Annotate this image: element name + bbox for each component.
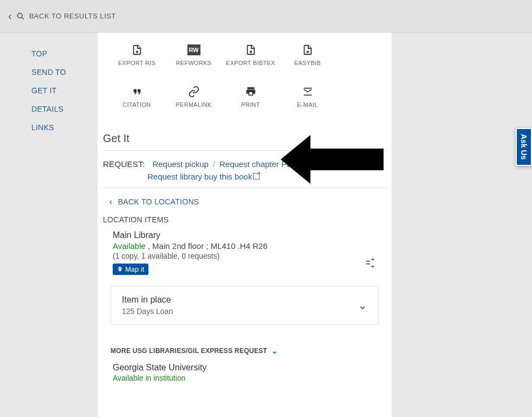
other-location[interactable]: Georgia State University Available in in…	[103, 363, 386, 382]
availability-line: Available , Main 2nd floor ; ML410 .H4 R…	[113, 241, 386, 252]
mail-icon	[301, 85, 314, 98]
sidebar-item-getit[interactable]: GET IT	[31, 81, 98, 100]
action-label: PERMALINK	[176, 101, 211, 108]
email-button[interactable]: E-MAIL	[279, 85, 336, 108]
citation-button[interactable]: CITATION	[108, 85, 165, 108]
location-items-label: LOCATION ITEMS	[103, 215, 386, 230]
request-pickup-link[interactable]: Request pickup	[152, 159, 208, 169]
sidebar-item-top[interactable]: TOP	[31, 44, 98, 63]
top-bar: ‹ BACK TO RESULTS LIST	[0, 0, 532, 33]
action-label: EASYBIB	[294, 60, 321, 66]
sidebar-item-sendto[interactable]: SEND TO	[31, 63, 98, 81]
main-container: TOP SEND TO GET IT DETAILS LINKS EXPORT …	[0, 33, 532, 417]
map-it-button[interactable]: Map it	[113, 264, 148, 275]
refworks-button[interactable]: RW REFWORKS	[165, 43, 222, 66]
chevron-down-icon: ⌄	[358, 299, 367, 312]
sidebar: TOP SEND TO GET IT DETAILS LINKS	[0, 33, 98, 417]
item-loan: 125 Days Loan	[122, 307, 173, 316]
action-row-2: CITATION PERMALINK PRINT E-MAIL	[98, 74, 392, 116]
easybib-button[interactable]: EASYBIB	[279, 43, 336, 66]
separator: /	[213, 159, 215, 169]
main-content: EXPORT RIS RW REFWORKS EXPORT BIBTEX EAS…	[98, 33, 392, 417]
export-bibtex-button[interactable]: EXPORT BIBTEX	[222, 43, 279, 66]
chevron-down-icon: ⌄	[271, 347, 278, 355]
more-libraries-toggle[interactable]: MORE USG LIBRARIES/GIL EXPRESS REQUEST ⌄	[103, 325, 386, 363]
separator: /	[302, 159, 304, 169]
location-name: Main Library	[113, 230, 386, 241]
permalink-button[interactable]: PERMALINK	[165, 85, 222, 108]
sidebar-item-links[interactable]: LINKS	[31, 118, 98, 137]
file-icon	[244, 43, 257, 56]
link-icon	[187, 85, 200, 98]
action-label: PRINT	[241, 101, 260, 108]
chevron-left-icon: ‹	[109, 197, 113, 207]
rw-icon: RW	[187, 43, 200, 56]
request-second-line: Request library buy this book	[103, 172, 386, 188]
export-ris-button[interactable]: EXPORT RIS	[108, 43, 165, 66]
quote-icon	[131, 85, 144, 98]
buy-book-text: Request library buy this book	[147, 172, 252, 181]
file-icon	[131, 43, 144, 56]
svg-rect-2	[136, 51, 138, 53]
ask-us-tab[interactable]: Ask Us	[516, 128, 532, 166]
back-chevron-icon[interactable]: ‹	[8, 10, 12, 22]
action-row-1: EXPORT RIS RW REFWORKS EXPORT BIBTEX EAS…	[98, 33, 392, 74]
other-location-name: Georgia State University	[113, 363, 386, 374]
request-line: REQUEST: Request pickup / Request chapte…	[103, 159, 386, 172]
svg-rect-3	[250, 51, 252, 53]
back-locations-text: BACK TO LOCATIONS	[118, 197, 199, 206]
request-buy-book-link[interactable]: Request library buy this book	[147, 172, 259, 181]
action-label: REFWORKS	[176, 60, 212, 66]
svg-point-0	[17, 13, 22, 18]
request-label: REQUEST:	[103, 159, 145, 169]
action-label: CITATION	[122, 101, 151, 108]
request-chapter-pdf-link[interactable]: Request chapter PDF	[219, 159, 297, 169]
available-status: Available	[113, 241, 146, 251]
search-icon	[16, 12, 25, 21]
external-link-icon	[253, 173, 259, 179]
file-icon	[301, 43, 314, 56]
copy-info: (1 copy, 1 available, 0 requests)	[113, 252, 386, 264]
sort-icon[interactable]	[365, 258, 375, 271]
location-block: Main Library Available , Main 2nd floor …	[103, 230, 386, 275]
get-it-section: Get It REQUEST: Request pickup / Request…	[98, 116, 392, 382]
item-status: Item in place	[122, 295, 173, 305]
map-it-label: Map it	[125, 265, 144, 273]
other-location-availability: Available in institution	[113, 374, 386, 382]
action-label: EXPORT BIBTEX	[226, 60, 275, 66]
sidebar-item-details[interactable]: DETAILS	[31, 100, 98, 118]
action-label: E-MAIL	[297, 101, 317, 108]
back-to-results-link[interactable]: BACK TO RESULTS LIST	[29, 12, 116, 20]
print-icon	[244, 85, 257, 98]
print-button[interactable]: PRINT	[222, 85, 279, 108]
item-card[interactable]: Item in place 125 Days Loan ⌄	[111, 286, 379, 325]
svg-line-1	[22, 17, 23, 19]
svg-rect-4	[307, 51, 309, 53]
location-detail: , Main 2nd floor ; ML410 .H4 R26	[146, 241, 268, 251]
back-to-locations-link[interactable]: ‹ BACK TO LOCATIONS	[103, 188, 386, 215]
section-title: Get It	[103, 116, 386, 151]
more-label: MORE USG LIBRARIES/GIL EXPRESS REQUEST	[111, 347, 267, 355]
item-card-content: Item in place 125 Days Loan	[122, 295, 173, 316]
action-label: EXPORT RIS	[118, 60, 155, 66]
pin-icon	[117, 266, 123, 272]
